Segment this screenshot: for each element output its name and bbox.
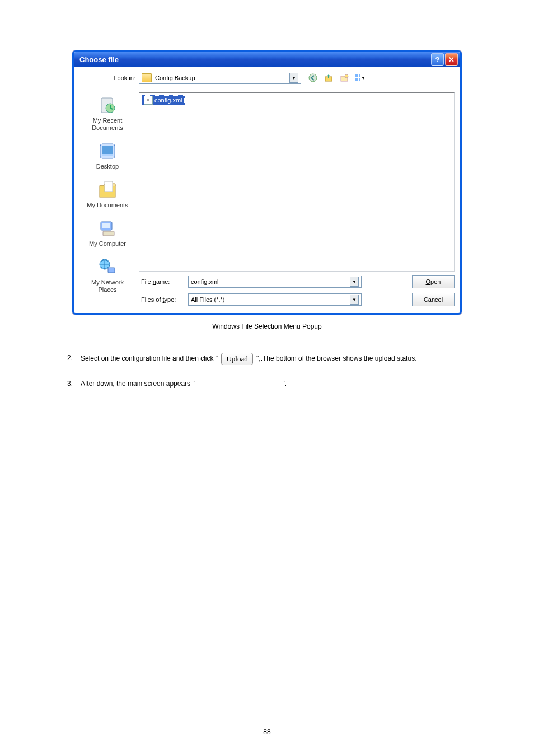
svg-rect-4 xyxy=(355,74,358,77)
chevron-down-icon: ▼ xyxy=(361,76,366,81)
mydocs-icon xyxy=(98,180,117,199)
svg-point-3 xyxy=(345,74,348,78)
dialog-title: Choose file xyxy=(76,55,119,64)
chevron-down-icon[interactable]: ▼ xyxy=(350,277,359,287)
svg-rect-6 xyxy=(355,78,358,81)
place-desktop[interactable]: Desktop xyxy=(96,142,119,170)
lookin-combo[interactable]: Config Backup ▼ xyxy=(139,72,301,84)
place-label: My Computer xyxy=(89,240,126,248)
place-network[interactable]: My NetworkPlaces xyxy=(91,258,124,293)
svg-rect-5 xyxy=(359,74,360,77)
filename-value: config.xml xyxy=(191,278,219,285)
step-text: ". xyxy=(282,380,287,388)
places-bar: My RecentDocuments Desktop My Documents … xyxy=(79,92,135,307)
step-text: After down, the main screen appears " xyxy=(81,380,195,388)
filetype-value: All Files (*.*) xyxy=(191,296,225,303)
folder-icon xyxy=(142,73,152,82)
chevron-down-icon[interactable]: ▼ xyxy=(350,295,359,305)
upload-button[interactable]: Upload xyxy=(221,353,252,365)
page-number: 88 xyxy=(0,728,534,736)
filetype-select[interactable]: All Files (*.*) ▼ xyxy=(188,293,362,306)
place-label: My NetworkPlaces xyxy=(91,279,124,293)
filetype-label: Files of type: xyxy=(139,296,188,303)
cancel-button[interactable]: Cancel xyxy=(412,293,455,306)
step-text: ",.The bottom of the browser shows the u… xyxy=(256,354,416,362)
file-item-label: config.xml xyxy=(154,97,182,104)
svg-rect-11 xyxy=(102,146,113,154)
desktop-icon xyxy=(98,142,117,161)
place-mydocs[interactable]: My Documents xyxy=(87,180,128,209)
lookin-value: Config Backup xyxy=(155,74,195,81)
step-3: 3. After down, the main screen appears "… xyxy=(67,379,467,389)
recent-docs-icon xyxy=(98,96,117,115)
file-item-selected[interactable]: ≡ config.xml xyxy=(142,95,185,105)
close-icon[interactable]: ✕ xyxy=(445,53,458,66)
file-open-dialog: Choose file ? ✕ Look in: Config Backup ▼… xyxy=(72,50,462,315)
lookin-label: Look in: xyxy=(79,74,139,81)
open-button[interactable]: Open xyxy=(412,275,455,288)
svg-rect-12 xyxy=(102,154,113,156)
filename-input[interactable]: config.xml ▼ xyxy=(188,276,362,288)
back-icon[interactable] xyxy=(307,72,319,84)
place-label: My Documents xyxy=(87,202,128,209)
up-one-level-icon[interactable] xyxy=(322,72,335,84)
place-label: My RecentDocuments xyxy=(92,117,123,132)
svg-rect-14 xyxy=(105,181,113,192)
help-icon[interactable]: ? xyxy=(431,53,444,66)
file-list[interactable]: ≡ config.xml xyxy=(139,92,455,272)
place-recent[interactable]: My RecentDocuments xyxy=(92,96,123,132)
step-number: 2. xyxy=(67,353,81,363)
step-2: 2. Select on the configuration file and … xyxy=(67,353,467,365)
network-icon xyxy=(98,258,117,277)
mycomp-icon xyxy=(98,219,117,238)
svg-rect-17 xyxy=(103,231,114,236)
svg-rect-16 xyxy=(102,223,110,228)
step-number: 3. xyxy=(67,379,81,389)
titlebar: Choose file ? ✕ xyxy=(74,52,460,67)
new-folder-icon[interactable] xyxy=(338,72,350,84)
svg-rect-7 xyxy=(359,78,360,81)
place-mycomp[interactable]: My Computer xyxy=(89,219,126,248)
figure-caption: Windows File Selection Menu Popup xyxy=(67,323,467,330)
filename-label: File name: xyxy=(139,278,188,285)
views-icon[interactable]: ▼ xyxy=(354,72,366,84)
chevron-down-icon[interactable]: ▼ xyxy=(289,73,298,83)
step-text: Select on the configuration file and the… xyxy=(81,354,218,362)
xml-file-icon: ≡ xyxy=(144,96,153,105)
svg-point-0 xyxy=(309,74,317,82)
place-label: Desktop xyxy=(96,163,119,170)
svg-rect-19 xyxy=(108,268,115,273)
